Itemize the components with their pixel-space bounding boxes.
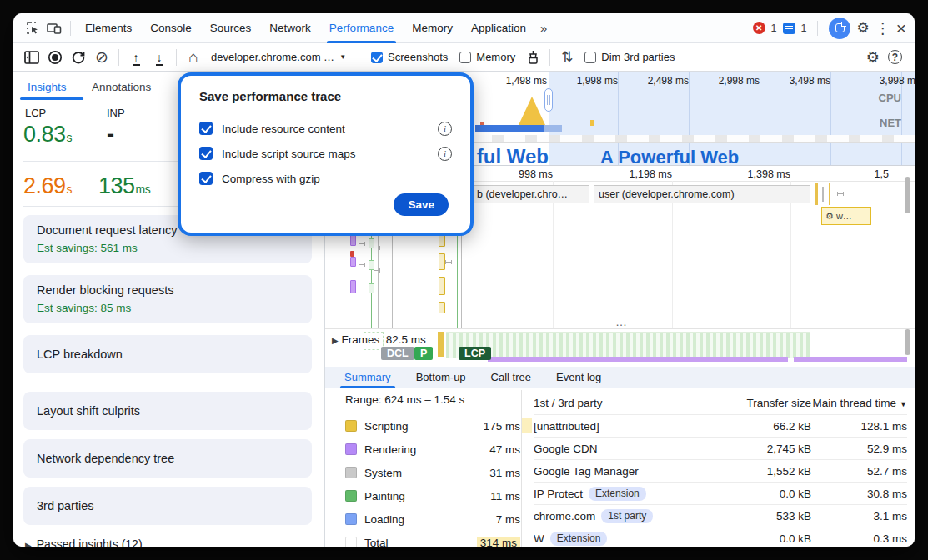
overview-tick: 2,998 ms [690, 75, 760, 87]
memory-label: Memory [476, 51, 515, 63]
whisker [359, 242, 365, 246]
cpu-lane-label: CPU [843, 92, 901, 104]
lcp-field-value: 2.69s [23, 173, 72, 199]
insight-card-network-tree[interactable]: Network dependency tree [23, 439, 312, 478]
tab-bottom-up[interactable]: Bottom-up [405, 367, 477, 388]
performance-toolbar: ⊘ ↑ ↓ ⌂ developer.chrome.com … ▼ Screens… [13, 43, 915, 72]
first-party-badge: 1st party [601, 509, 653, 523]
option-include-resource-content[interactable]: Include resource content i [199, 116, 452, 141]
save-profile-icon[interactable]: ↓ [148, 47, 170, 68]
table-row[interactable]: Google Tag Manager 1,552 kB 52.7 ms [534, 459, 907, 482]
resource-content-checkbox[interactable] [199, 122, 213, 135]
issues-icon[interactable] [783, 22, 795, 34]
dim-3rd-parties-checkbox[interactable] [584, 52, 596, 63]
record-icon[interactable] [44, 47, 66, 68]
dialog-title: Save performance trace [199, 89, 452, 103]
collect-garbage-icon[interactable] [522, 47, 544, 68]
tab-console[interactable]: Console [141, 13, 201, 43]
scripting-event-chip[interactable]: ⚙ w… [821, 207, 871, 225]
legend-swatch [345, 490, 357, 502]
option-include-source-maps[interactable]: Include script source maps i [199, 141, 452, 166]
settings-gear-icon[interactable]: ⚙ [856, 21, 869, 35]
option-compress-gzip[interactable]: Compress with gzip [199, 166, 452, 191]
frames-yellow-bar [438, 332, 444, 357]
track-resize-handle[interactable]: … [615, 315, 629, 328]
paint-marker[interactable]: P [414, 347, 433, 360]
cpu-activity-small [590, 120, 594, 126]
table-row[interactable]: chrome.com1st party 533 kB 3.1 ms [534, 504, 907, 527]
compress-tracks-icon[interactable]: ⇅ [556, 47, 578, 68]
tab-insights[interactable]: Insights [28, 77, 67, 98]
col-main-thread-time[interactable]: Main thread time▼ [811, 397, 907, 409]
legend-label: Loading [364, 513, 404, 526]
home-icon[interactable]: ⌂ [183, 47, 204, 68]
legend-value: 314 ms [477, 537, 520, 548]
tab-application[interactable]: Application [462, 13, 535, 43]
table-header-row: 1st / 3rd party Transfer size Main threa… [534, 392, 907, 414]
timings-bar [794, 357, 907, 362]
col-transfer-size[interactable]: Transfer size [720, 397, 811, 409]
toggle-sidebar-icon[interactable] [21, 47, 43, 68]
tab-annotations[interactable]: Annotations [92, 77, 151, 98]
tab-elements[interactable]: Elements [76, 13, 141, 43]
frames-filmstrip-bars [446, 332, 810, 358]
tab-memory[interactable]: Memory [403, 13, 462, 43]
page-selector[interactable]: developer.chrome.com … ▼ [206, 51, 351, 63]
tab-network[interactable]: Network [260, 13, 320, 43]
cpu-activity-spike [519, 97, 545, 125]
memory-checkbox[interactable] [459, 52, 471, 63]
capture-settings-gear-icon[interactable]: ⚙ [866, 50, 880, 65]
more-tabs-icon[interactable]: » [535, 21, 552, 35]
vertical-scrollbar[interactable] [905, 177, 910, 213]
info-icon[interactable]: i [438, 147, 452, 161]
network-request-bar[interactable]: user (developer.chrome.com) [594, 185, 810, 203]
lcp-marker[interactable]: LCP [459, 347, 491, 360]
table-row[interactable]: Google CDN 2,745 kB 52.9 ms [534, 437, 907, 459]
error-icon[interactable]: ✕ [753, 22, 765, 34]
source-maps-checkbox[interactable] [199, 147, 213, 160]
insight-card-3rd-parties[interactable]: 3rd parties [23, 487, 312, 525]
passed-insights-toggle[interactable]: ▶Passed insights (12) [25, 538, 143, 547]
record-and-reload-icon[interactable] [68, 47, 89, 68]
tab-summary[interactable]: Summary [334, 367, 402, 388]
screenshots-checkbox-row[interactable]: Screenshots [366, 51, 453, 63]
insight-card-lcp-breakdown[interactable]: LCP breakdown [23, 335, 312, 373]
inspect-element-icon[interactable] [22, 18, 43, 39]
lcp-local-value: 0.83s [23, 122, 72, 148]
info-icon[interactable]: i [438, 122, 452, 136]
divider [549, 49, 550, 66]
device-mode-promo-icon[interactable] [829, 18, 850, 39]
divider [817, 21, 818, 36]
col-party[interactable]: 1st / 3rd party [534, 397, 720, 409]
table-row[interactable]: WExtension 0.0 kB 0.3 ms [534, 527, 907, 547]
save-button[interactable]: Save [394, 193, 449, 216]
tab-performance[interactable]: Performance [320, 13, 403, 43]
insight-card-layout-shift[interactable]: Layout shift culprits [23, 392, 312, 430]
load-profile-icon[interactable]: ↑ [125, 47, 147, 68]
table-row[interactable]: IP ProtectExtension 0.0 kB 30.8 ms [534, 482, 907, 504]
toggle-device-toolbar-icon[interactable] [43, 18, 65, 39]
help-icon[interactable]: ? [888, 50, 902, 64]
overview-window-handle[interactable] [544, 88, 553, 112]
gzip-checkbox[interactable] [199, 172, 213, 185]
devtools-tabbar: Elements Console Sources Network Perform… [13, 13, 915, 43]
tab-event-log[interactable]: Event log [545, 367, 612, 388]
legend-value: 31 ms [489, 467, 520, 479]
tab-sources[interactable]: Sources [201, 13, 261, 43]
kebab-menu-icon[interactable]: ⋮ [875, 21, 890, 36]
chevron-down-icon: ▼ [339, 53, 346, 61]
close-devtools-icon[interactable]: × [896, 19, 906, 37]
tab-call-tree[interactable]: Call tree [480, 367, 542, 388]
clear-icon[interactable]: ⊘ [91, 47, 113, 68]
memory-checkbox-row[interactable]: Memory [454, 51, 520, 63]
insight-card-render-blocking[interactable]: Render blocking requests Est savings: 85… [23, 275, 312, 323]
dcl-marker[interactable]: DCL [381, 347, 414, 360]
dim-3rd-parties-row[interactable]: Dim 3rd parties [579, 51, 680, 63]
error-tip [350, 251, 354, 257]
detail-tick: 1,5 [814, 168, 889, 180]
screenshots-checkbox[interactable] [371, 52, 383, 63]
network-request-bar[interactable]: b (developer.chro… [472, 185, 589, 203]
frames-track-label[interactable]: ▶ Frames 82.5 ms [332, 333, 426, 346]
table-row[interactable]: [unattributed] 66.2 kB 128.1 ms [534, 414, 907, 437]
vertical-scrollbar[interactable] [905, 329, 910, 355]
